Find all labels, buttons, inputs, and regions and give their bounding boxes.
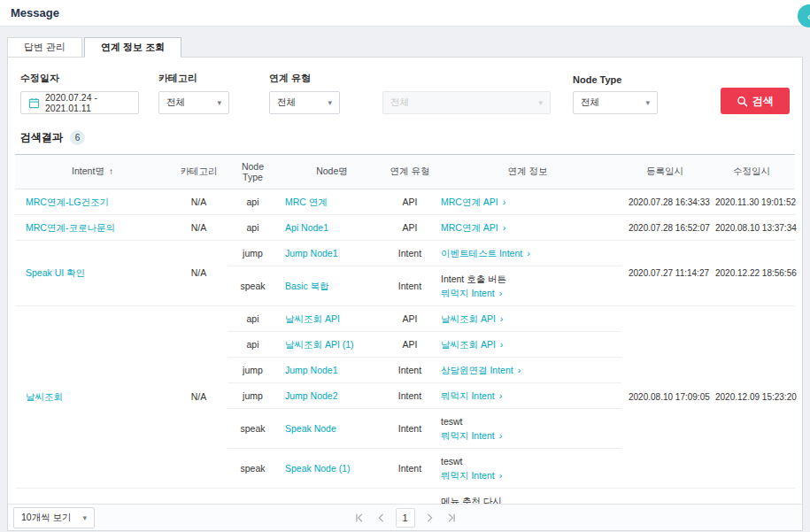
chevron-down-icon: ▾ xyxy=(328,98,332,107)
link-info-link[interactable]: 날씨조회 API xyxy=(441,313,496,324)
node-type-value: 전체 xyxy=(581,96,599,109)
results-count-badge: 6 xyxy=(70,130,85,145)
link-info-link[interactable]: 뭐먹지 Intent xyxy=(441,430,495,441)
modified-date-label: 수정일자 xyxy=(20,72,139,85)
node-type-label: Node Type xyxy=(573,74,658,85)
link-info-link[interactable]: MRC연계 API xyxy=(441,197,498,207)
link-type-cell: Intent xyxy=(386,409,434,449)
results-header: 검색결과 6 xyxy=(20,130,790,145)
page-size-select[interactable]: 10개씩 보기 ▾ xyxy=(13,507,95,528)
node-type-cell: api xyxy=(228,189,278,215)
link-info-link[interactable]: 상담원연결 Intent xyxy=(441,365,513,375)
calendar-icon xyxy=(28,97,40,109)
node-type-cell: jump xyxy=(228,241,278,266)
tab-answer-management[interactable]: 답변 관리 xyxy=(7,37,82,58)
link-type-cell: API xyxy=(386,332,434,358)
search-button-label: 검색 xyxy=(752,94,774,109)
search-icon xyxy=(737,96,748,107)
content-panel: 수정일자 2020.07.24 - 2021.01.11 카테고리 전체 ▾ 연… xyxy=(7,57,803,531)
node-name-link[interactable]: Api Node1 xyxy=(285,222,328,233)
date-range-input[interactable]: 2020.07.24 - 2021.01.11 xyxy=(20,91,139,114)
node-name-link[interactable]: Jump Node1 xyxy=(285,365,338,375)
page-size-value: 10개씩 보기 xyxy=(21,512,72,524)
link-info-link[interactable]: 뭐먹지 Intent xyxy=(441,390,495,401)
top-bar: Message xyxy=(0,0,810,27)
filter-node-type: Node Type 전체 ▾ xyxy=(573,74,658,114)
modified-cell: 2020.12.09 15:23:20 xyxy=(708,306,795,489)
filter-modified-date: 수정일자 2020.07.24 - 2021.01.11 xyxy=(20,72,139,114)
table-row: 날씨조회 N/A api 날씨조회 API API 날씨조회 API› 2020… xyxy=(15,306,795,332)
chevron-right-icon[interactable]: › xyxy=(499,430,503,441)
search-button[interactable]: 검색 xyxy=(721,88,790,114)
chevron-right-icon[interactable]: › xyxy=(527,248,530,258)
link-info-link[interactable]: MRC연계 API xyxy=(441,222,498,233)
filter-bar: 수정일자 2020.07.24 - 2021.01.11 카테고리 전체 ▾ 연… xyxy=(8,58,802,127)
chevron-right-icon[interactable]: › xyxy=(503,222,506,233)
chevron-right-icon[interactable]: › xyxy=(503,197,506,207)
node-type-cell: jump xyxy=(228,383,278,409)
link-type-label: 연계 유형 xyxy=(269,72,340,85)
link-type-cell: API xyxy=(386,215,434,241)
chevron-down-icon: ▾ xyxy=(645,98,650,107)
chevron-down-icon: ▾ xyxy=(82,513,87,522)
category-cell: N/A xyxy=(170,189,228,215)
link-info-text: Intent 호출 버튼 xyxy=(441,274,506,284)
node-name-link[interactable]: Jump Node1 xyxy=(285,248,338,258)
category-cell: N/A xyxy=(170,306,228,489)
link-info-link[interactable]: 뭐먹지 Intent xyxy=(441,288,495,298)
column-header-intent[interactable]: Intent명↑ xyxy=(15,155,170,189)
link-type-cell: Intent xyxy=(386,241,434,266)
link-type-cell: Intent xyxy=(386,266,434,306)
modified-cell: 2020.11.30 19:01:52 xyxy=(708,189,795,215)
first-page-button[interactable] xyxy=(351,510,367,526)
column-header-created: 등록일시 xyxy=(621,155,708,189)
intent-link[interactable]: MRC연계-LG건조기 xyxy=(26,197,109,207)
last-page-button[interactable] xyxy=(444,510,459,526)
node-name-link[interactable]: 날씨조회 API (1) xyxy=(285,339,354,350)
page-title: Message xyxy=(0,0,810,27)
intent-link[interactable]: MRC연계-코로나문의 xyxy=(26,222,115,233)
node-name-link[interactable]: 날씨조회 API xyxy=(285,313,340,324)
node-name-link[interactable]: Speak Node xyxy=(285,423,336,434)
link-type-cell: API xyxy=(386,189,434,215)
node-name-link[interactable]: Basic 복합 xyxy=(285,281,329,291)
link-type-select[interactable]: 전체 ▾ xyxy=(269,91,340,114)
link-type-cell: Intent xyxy=(386,449,434,489)
chevron-right-icon[interactable]: › xyxy=(518,365,521,375)
node-type-cell: speak xyxy=(228,449,278,489)
next-page-button[interactable] xyxy=(421,510,437,526)
created-cell: 2020.08.10 17:09:05 xyxy=(621,306,708,489)
link-info-link[interactable]: 뭐먹지 Intent xyxy=(441,470,495,481)
node-type-cell: speak xyxy=(228,409,278,449)
node-name-link[interactable]: MRC 연계 xyxy=(285,197,328,207)
link-info-link[interactable]: 이벤트테스트 Intent xyxy=(441,248,522,258)
intent-link[interactable]: 날씨조회 xyxy=(26,391,63,402)
chevron-right-icon[interactable]: › xyxy=(499,390,503,401)
chevron-right-icon[interactable]: › xyxy=(500,339,504,350)
node-type-select[interactable]: 전체 ▾ xyxy=(573,91,658,114)
link-info-link[interactable]: 날씨조회 API xyxy=(441,339,496,350)
sub-filter-value: 전체 xyxy=(390,96,409,109)
category-select[interactable]: 전체 ▾ xyxy=(158,91,229,114)
chevron-right-icon[interactable]: › xyxy=(500,313,504,324)
category-value: 전체 xyxy=(166,96,185,109)
column-header-link-type: 연계 유형 xyxy=(386,155,434,189)
table-header-row: Intent명↑ 카테고리 Node Type Node명 연계 유형 연계 정… xyxy=(15,155,795,189)
node-type-cell: api xyxy=(228,306,278,332)
node-name-link[interactable]: Speak Node (1) xyxy=(285,463,351,474)
node-type-cell: api xyxy=(228,332,278,358)
intent-link[interactable]: Speak UI 확인 xyxy=(26,267,85,278)
page-number-current[interactable]: 1 xyxy=(396,508,415,528)
sort-asc-icon: ↑ xyxy=(109,166,113,176)
link-info-text: teswt xyxy=(441,456,463,466)
node-type-cell: speak xyxy=(228,266,278,306)
chevron-right-icon[interactable]: › xyxy=(499,470,503,481)
column-header-node-name: Node명 xyxy=(278,155,386,189)
tab-link-info[interactable]: 연계 정보 조회 xyxy=(84,37,181,58)
category-cell: N/A xyxy=(170,215,228,241)
prev-page-button[interactable] xyxy=(374,510,390,526)
column-header-category: 카테고리 xyxy=(170,155,228,189)
chevron-right-icon[interactable]: › xyxy=(499,288,503,298)
column-header-node-type: Node Type xyxy=(228,155,278,189)
node-name-link[interactable]: Jump Node2 xyxy=(285,390,338,401)
